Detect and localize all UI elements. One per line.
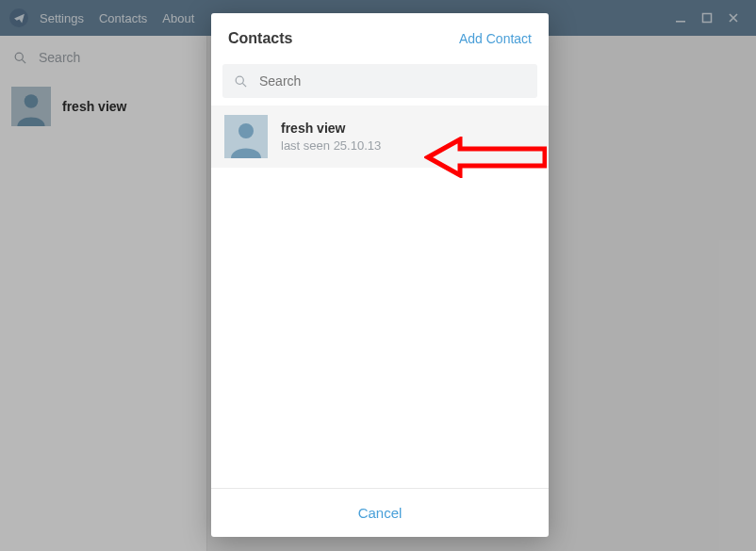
maximize-icon [701, 12, 713, 24]
chat-list-pane: Search fresh view [0, 36, 207, 551]
sidebar-search-placeholder: Search [39, 50, 80, 65]
svg-line-3 [22, 59, 25, 63]
search-icon [234, 74, 248, 89]
contact-name: fresh view [281, 121, 381, 136]
menu-settings[interactable]: Settings [40, 11, 84, 25]
dialog-header: Contacts Add Contact [211, 13, 549, 64]
window-close-button[interactable] [720, 5, 747, 31]
minimize-icon [675, 12, 686, 24]
window-minimize-button[interactable] [667, 5, 694, 31]
close-icon [728, 12, 739, 24]
search-icon [13, 51, 27, 65]
annotation-arrow [424, 137, 547, 178]
avatar [11, 87, 51, 126]
dialog-footer: Cancel [211, 488, 549, 537]
sidebar-search[interactable]: Search [0, 36, 206, 79]
avatar-placeholder-icon [224, 115, 268, 158]
arrow-left-icon [424, 137, 547, 178]
app-logo [9, 8, 28, 27]
svg-point-2 [15, 53, 23, 60]
contact-last-seen: last seen 25.10.13 [281, 138, 381, 153]
contacts-dialog: Contacts Add Contact [211, 13, 549, 537]
svg-point-9 [238, 123, 254, 138]
dialog-search-input[interactable] [259, 73, 526, 89]
dialog-search[interactable] [222, 64, 537, 98]
chat-item-name: fresh view [62, 99, 126, 114]
svg-point-5 [25, 94, 39, 108]
svg-line-7 [242, 83, 246, 87]
avatar-placeholder-icon [11, 87, 51, 126]
svg-rect-1 [703, 14, 712, 23]
paper-plane-icon [13, 12, 25, 24]
menu-contacts[interactable]: Contacts [99, 11, 147, 25]
avatar [224, 115, 268, 158]
svg-point-6 [236, 76, 243, 84]
cancel-button[interactable]: Cancel [358, 505, 403, 521]
svg-rect-0 [676, 21, 685, 23]
menu-about[interactable]: About [162, 11, 194, 25]
window-maximize-button[interactable] [694, 5, 720, 31]
add-contact-button[interactable]: Add Contact [459, 31, 532, 46]
chat-list-item[interactable]: fresh view [0, 79, 206, 134]
dialog-title: Contacts [228, 30, 459, 47]
